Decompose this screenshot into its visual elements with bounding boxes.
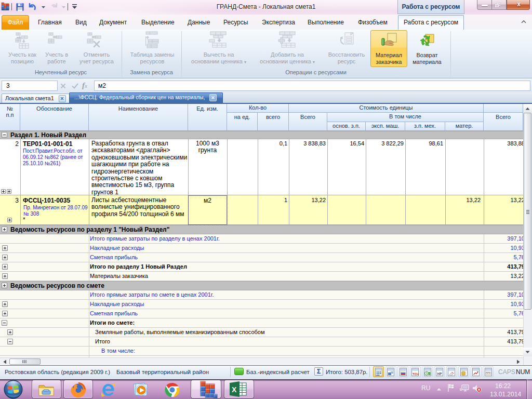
svg-text:НР: НР: [437, 372, 443, 376]
svg-text:ТСН: ТСН: [413, 373, 419, 376]
svg-text:X: X: [232, 385, 237, 394]
